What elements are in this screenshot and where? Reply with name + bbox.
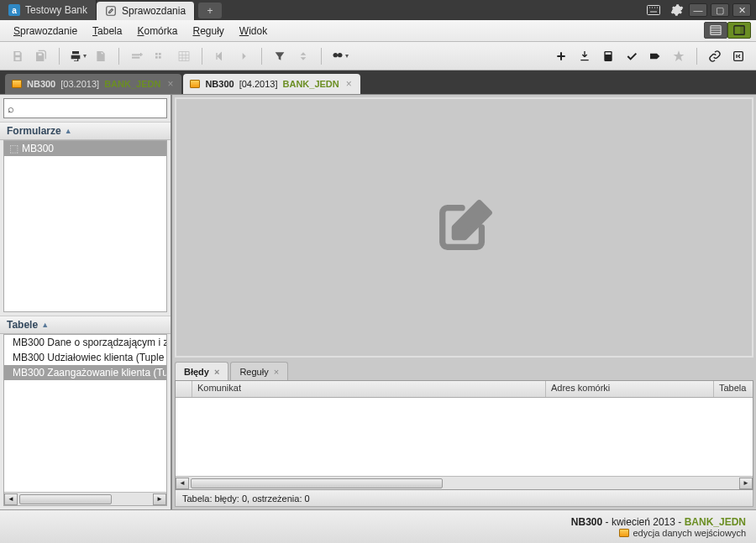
svg-rect-13 [132, 54, 139, 55]
titlebar: a Testowy Bank Sprawozdania + — ▢ ✕ [0, 0, 756, 20]
title-tab-label: Testowy Bank [25, 4, 87, 16]
svg-rect-12 [741, 26, 744, 35]
form-item-label: MB300 [22, 143, 54, 154]
doc-tab-1[interactable]: NB300 [04.2013] BANK_JEDN × [183, 74, 360, 94]
table-item-1[interactable]: MB300 Udziałowiec klienta (Tuple [4, 350, 166, 365]
doc-entity: BANK_JEDN [283, 79, 339, 89]
col-tabela[interactable]: Tabela [714, 381, 753, 397]
doc-icon [190, 80, 200, 88]
save-icon[interactable] [8, 47, 27, 65]
table-item-label: MB300 Udziałowiec klienta (Tuple [13, 352, 164, 363]
msgtab-label: Błędy [184, 367, 209, 377]
filter-icon[interactable] [270, 47, 289, 65]
close-button[interactable]: ✕ [732, 3, 751, 17]
form-item-mb300[interactable]: ⬚ MB300 [4, 141, 166, 156]
sidebar: ⌕ Formularze ▲ ⬚ MB300 Tabele ▲ MB300 Da… [0, 95, 172, 509]
link-icon[interactable] [706, 47, 724, 65]
doc-icon [12, 80, 22, 88]
close-icon[interactable]: × [165, 78, 175, 90]
minimize-button[interactable]: — [689, 3, 707, 17]
save-all-icon[interactable] [32, 47, 50, 65]
canvas: Błędy × Reguły × Komunikat Adres komórki… [172, 95, 756, 509]
prev-icon[interactable] [211, 47, 229, 65]
messages-tabs: Błędy × Reguły × [175, 360, 753, 380]
panel-label: Tabele [7, 319, 38, 331]
maximize-button[interactable]: ▢ [711, 3, 729, 17]
check-icon[interactable] [622, 47, 641, 65]
footer-period: kwiecień 2013 [612, 516, 675, 528]
search-box[interactable]: ⌕ [3, 98, 167, 118]
col-icon[interactable] [176, 381, 192, 397]
footer-line1: NB300 - kwiecień 2013 - BANK_JEDN [571, 516, 746, 528]
window-buttons: — ▢ ✕ [689, 0, 756, 20]
formularze-header[interactable]: Formularze ▲ [0, 122, 171, 140]
add-icon[interactable] [552, 47, 570, 65]
panel-toggle-right[interactable] [727, 22, 751, 39]
title-tab-reports[interactable]: Sprawozdania [97, 2, 195, 20]
doc-period: [04.2013] [239, 79, 278, 89]
form-icon: ⬚ [9, 143, 18, 154]
tag-icon[interactable] [646, 47, 664, 65]
document-tabs: NB300 [03.2013] BANK_JEDN × NB300 [04.20… [0, 70, 756, 94]
close-icon[interactable]: × [274, 367, 279, 377]
app-icon: a [8, 4, 20, 16]
panel-label: Formularze [7, 125, 61, 137]
grid-body [176, 398, 753, 476]
empty-canvas [175, 97, 753, 358]
table-item-0[interactable]: MB300 Dane o sporządzającym i z [4, 335, 166, 350]
svg-rect-18 [159, 56, 161, 59]
menu-reguly[interactable]: Reguły [186, 23, 230, 39]
edit-icon [105, 5, 117, 17]
close-icon[interactable]: × [344, 78, 354, 90]
download-icon[interactable] [575, 47, 594, 65]
svg-rect-29 [606, 52, 612, 55]
table-item-2[interactable]: MB300 Zaangażowanie klienta (Tu [4, 365, 166, 380]
calc-icon[interactable] [599, 47, 617, 65]
tabele-header[interactable]: Tabele ▲ [0, 316, 171, 334]
svg-rect-19 [179, 51, 189, 60]
mode-icon [619, 529, 629, 537]
menu-sprawozdanie[interactable]: Sprawozdanie [7, 23, 84, 39]
sort-icon[interactable] [294, 47, 312, 65]
col-adres[interactable]: Adres komórki [546, 381, 714, 397]
footer: NB300 - kwiecień 2013 - BANK_JEDN edycja… [0, 509, 756, 543]
close-icon[interactable]: × [214, 367, 219, 377]
msgtab-rules[interactable]: Reguły × [230, 362, 288, 380]
collapse-icon: ▲ [41, 321, 49, 329]
title-tab-bank[interactable]: a Testowy Bank [0, 0, 97, 20]
msgtab-errors[interactable]: Błędy × [175, 362, 228, 380]
export-icon[interactable] [92, 47, 110, 65]
menu-widok[interactable]: Widok [233, 23, 274, 39]
horizontal-scrollbar[interactable]: ◄ ► [4, 492, 166, 505]
doc-tab-0[interactable]: NB300 [03.2013] BANK_JEDN × [5, 74, 181, 94]
messages-grid: Komunikat Adres komórki Tabela ◄ ► [175, 380, 753, 490]
grid-icon[interactable] [175, 47, 193, 65]
svg-rect-17 [155, 56, 158, 59]
doc-code: NB300 [27, 79, 55, 89]
keyboard-icon[interactable] [642, 0, 665, 20]
grid-header: Komunikat Adres komórki Tabela [176, 381, 753, 398]
panel-toggle-left[interactable] [704, 22, 727, 39]
footer-entity: BANK_JEDN [685, 516, 746, 528]
menu-komorka[interactable]: Komórka [130, 23, 184, 39]
menu-tabela[interactable]: Tabela [86, 23, 129, 39]
row-remove-icon[interactable] [151, 47, 170, 65]
collapse-icon: ▲ [65, 127, 72, 135]
search-input[interactable] [14, 102, 163, 114]
col-komunikat[interactable]: Komunikat [192, 381, 546, 397]
settings-icon[interactable] [665, 0, 689, 20]
next-icon[interactable] [234, 47, 253, 65]
add-tab-button[interactable]: + [198, 3, 222, 18]
refresh-icon[interactable] [729, 47, 748, 65]
row-add-icon[interactable] [128, 47, 146, 65]
svg-rect-14 [132, 56, 139, 58]
svg-rect-0 [107, 7, 116, 16]
doc-entity: BANK_JEDN [104, 79, 160, 89]
find-icon[interactable]: ▾ [330, 47, 349, 65]
scroll-left-icon[interactable]: ◄ [176, 478, 189, 489]
grid-horizontal-scrollbar[interactable]: ◄ ► [176, 476, 753, 489]
title-tab-label: Sprawozdania [122, 5, 186, 17]
scroll-right-icon[interactable]: ► [739, 478, 753, 489]
star-icon[interactable] [669, 47, 688, 65]
print-icon[interactable]: ▾ [68, 47, 87, 65]
